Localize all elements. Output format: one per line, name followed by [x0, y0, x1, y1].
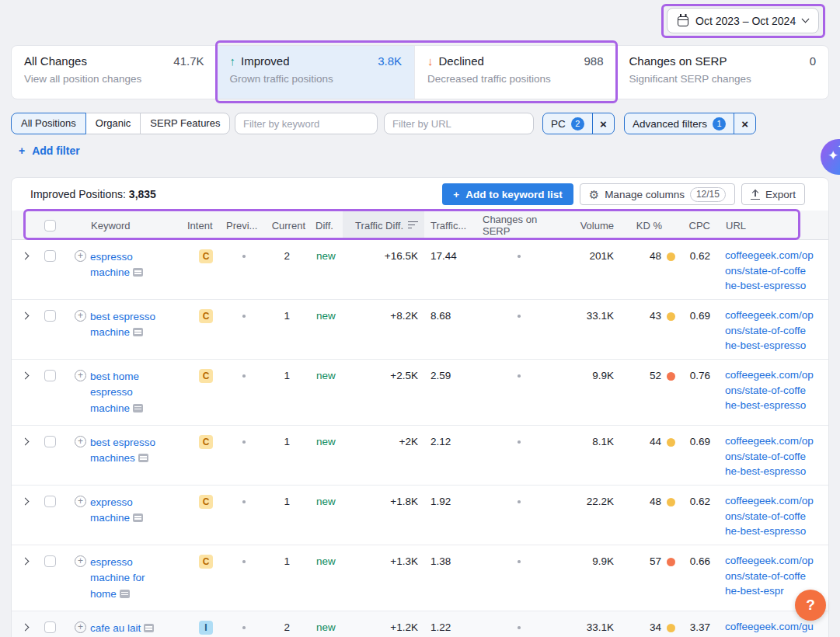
column-header-previous[interactable]: Previ...	[225, 220, 263, 231]
row-checkbox[interactable]	[44, 621, 56, 633]
traffic-value: 2.59	[424, 360, 472, 425]
expand-chevron-icon[interactable]	[21, 498, 29, 506]
add-keyword-icon[interactable]	[75, 496, 86, 507]
kd-level-dot	[667, 312, 675, 321]
column-header-diff[interactable]: Diff.	[305, 220, 343, 231]
column-header-traffic-diff[interactable]: Traffic Diff.	[343, 211, 424, 240]
current-position: 2	[263, 240, 305, 299]
cpc-value: 0.69	[679, 300, 713, 359]
column-header-kd[interactable]: KD %	[617, 220, 679, 231]
add-to-keyword-list-button[interactable]: + Add to keyword list	[442, 183, 573, 205]
add-filter-button[interactable]: + Add filter	[19, 144, 80, 157]
traffic-diff-value: +16.5K	[343, 240, 424, 299]
card-all-changes[interactable]: All Changes 41.7K View all position chan…	[12, 46, 217, 99]
serp-features-icon	[133, 513, 143, 522]
column-header-changes-on-serp[interactable]: Changes on SERP	[472, 214, 566, 237]
keyword-link[interactable]: expresso machine	[90, 496, 133, 524]
url-link[interactable]: coffeegeek.com/op ons/state-of-coffe he-…	[713, 360, 828, 425]
add-keyword-icon[interactable]	[75, 370, 86, 381]
expand-chevron-icon[interactable]	[21, 372, 29, 380]
manage-columns-button[interactable]: ⚙ Manage columns 12/15	[580, 183, 735, 205]
kd-level-dot	[667, 252, 675, 261]
tab-serp-features[interactable]: SERP Features	[140, 113, 230, 134]
url-link[interactable]: coffeegeek.com/op ons/state-of-coffe he-…	[713, 486, 828, 545]
advanced-filters-chip[interactable]: Advanced filters 1 ×	[624, 113, 756, 134]
add-keyword-icon[interactable]	[75, 250, 86, 262]
gear-icon: ⚙	[589, 189, 599, 200]
tab-organic[interactable]: Organic	[85, 113, 141, 134]
add-keyword-icon[interactable]	[75, 555, 86, 567]
table-body: espresso machine C 2 new +16.5K 17.44 20…	[12, 240, 828, 637]
arrow-down-icon: ↓	[427, 54, 434, 68]
serp-changes-dot	[518, 500, 521, 503]
diff-value: new	[305, 360, 343, 425]
column-header-volume[interactable]: Volume	[566, 220, 617, 231]
card-changes-on-serp[interactable]: Changes on SERP 0 Significant SERP chang…	[616, 46, 828, 99]
card-value: 41.7K	[173, 54, 204, 68]
column-header-traffic[interactable]: Traffic...	[424, 220, 472, 231]
row-checkbox[interactable]	[44, 496, 56, 507]
add-keyword-icon[interactable]	[75, 310, 86, 322]
column-header-intent[interactable]: Intent	[187, 220, 225, 231]
diff-value: new	[305, 545, 343, 611]
intent-badge: C	[199, 309, 213, 323]
row-checkbox[interactable]	[44, 310, 56, 322]
kd-value: 48	[650, 250, 661, 299]
card-declined[interactable]: ↓ Declined 988 Decreased traffic positio…	[414, 46, 616, 99]
keyword-link[interactable]: cafe au lait	[90, 622, 141, 634]
column-header-url[interactable]: URL	[713, 220, 828, 231]
expand-chevron-icon[interactable]	[21, 624, 29, 632]
row-checkbox[interactable]	[44, 555, 56, 567]
device-filter-chip[interactable]: PC 2 ×	[542, 113, 615, 134]
kd-value: 43	[650, 310, 661, 359]
add-keyword-icon[interactable]	[75, 436, 86, 447]
select-all-checkbox[interactable]	[44, 220, 56, 231]
expand-chevron-icon[interactable]	[21, 312, 29, 320]
column-header-current[interactable]: Current	[263, 220, 305, 231]
previous-value-dot	[242, 255, 246, 258]
close-icon[interactable]: ×	[592, 113, 614, 134]
position-type-tabs: All Positions Organic SERP Features	[11, 113, 230, 134]
keyword-link[interactable]: best home espresso machine	[90, 371, 139, 414]
card-title: Improved	[241, 54, 290, 68]
card-improved[interactable]: ↑ Improved 3.8K Grown traffic positions	[217, 46, 415, 99]
expand-chevron-icon[interactable]	[21, 558, 29, 566]
traffic-value: 1.92	[424, 486, 472, 545]
kd-level-dot	[667, 558, 675, 566]
row-checkbox[interactable]	[44, 436, 56, 447]
row-checkbox[interactable]	[44, 370, 56, 381]
traffic-diff-value: +2.5K	[343, 360, 424, 425]
cpc-value: 0.62	[679, 240, 713, 299]
keyword-filter-input[interactable]	[235, 113, 378, 134]
column-header-keyword[interactable]: Keyword	[61, 220, 187, 231]
previous-value-dot	[242, 626, 246, 629]
date-range-picker[interactable]: Oct 2023 – Oct 2024	[667, 8, 819, 33]
traffic-value: 2.12	[424, 426, 472, 485]
url-link[interactable]: coffeegeek.com/op ons/state-of-coffe he-…	[713, 426, 828, 485]
intent-badge: C	[199, 495, 213, 509]
export-button[interactable]: Export	[741, 183, 805, 205]
add-keyword-icon[interactable]	[75, 621, 86, 633]
expand-chevron-icon[interactable]	[21, 438, 29, 446]
keyword-link[interactable]: espresso machine for home	[90, 556, 145, 600]
keyword-link[interactable]: best espresso machine	[90, 311, 155, 338]
url-link[interactable]: coffeegeek.com/op ons/state-of-coffe he-…	[713, 300, 828, 359]
serp-changes-dot	[518, 315, 521, 318]
row-checkbox[interactable]	[44, 250, 56, 262]
url-link[interactable]: coffeegeek.com/op ons/state-of-coffe he-…	[713, 240, 828, 299]
tab-all-positions[interactable]: All Positions	[11, 113, 86, 134]
kd-value: 57	[650, 555, 661, 611]
expand-chevron-icon[interactable]	[21, 252, 29, 260]
keyword-link[interactable]: espresso machine	[90, 251, 133, 278]
plus-icon: +	[19, 144, 25, 157]
close-icon[interactable]: ×	[734, 113, 755, 134]
column-header-cpc[interactable]: CPC	[679, 220, 713, 231]
chip-count-badge: 2	[571, 117, 584, 131]
serp-features-icon	[138, 454, 148, 462]
url-filter	[384, 113, 534, 134]
volume-value: 9.9K	[566, 545, 617, 611]
serp-features-icon	[144, 624, 154, 632]
ai-assistant-button[interactable]	[821, 139, 840, 175]
help-button[interactable]: ?	[795, 590, 826, 621]
url-filter-input[interactable]	[385, 113, 534, 134]
